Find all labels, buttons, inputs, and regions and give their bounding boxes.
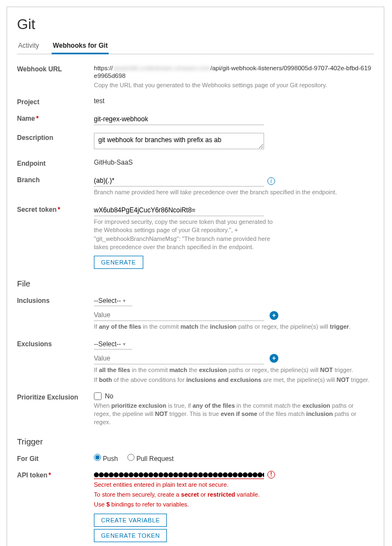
hint-api-1: Secret entities entered in plain text ar… <box>94 481 374 489</box>
prioritize-exclusion-checkbox[interactable] <box>94 392 102 400</box>
generate-token-button[interactable]: GENERATE TOKEN <box>94 529 167 542</box>
label-endpoint: Endpoint <box>17 159 94 167</box>
label-inclusions: Inclusions <box>17 296 94 305</box>
tab-activity[interactable]: Activity <box>17 38 40 53</box>
label-prioritize-exclusion: Prioritize Exclusion <box>17 392 94 401</box>
hint-exclusions-2: If both of the above conditions for incl… <box>94 376 374 384</box>
radio-push-label[interactable]: Push <box>94 455 118 463</box>
generate-button[interactable]: GENERATE <box>94 256 143 269</box>
radio-push[interactable] <box>94 454 101 461</box>
hint-branch: Branch name provided here will take prec… <box>94 188 374 196</box>
label-secret-token: Secret token* <box>17 205 94 213</box>
label-project: Project <box>17 97 94 106</box>
hint-exclusions-1: If all the files in the commit match the… <box>94 366 374 374</box>
inclusions-value-input[interactable] <box>94 309 264 321</box>
label-branch: Branch <box>17 175 94 184</box>
page-title: Git <box>17 16 374 33</box>
label-description: Description <box>17 133 94 142</box>
section-trigger: Trigger <box>17 437 374 446</box>
api-token-input[interactable]: ●●●●●●●●●●●●●●●●●●●●●●●●●●●●●●●●●●●●●●●●… <box>94 470 264 479</box>
label-api-token: API token* <box>17 470 94 479</box>
secret-token-input[interactable] <box>94 205 264 216</box>
label-for-git: For Git <box>17 454 94 463</box>
inclusions-select[interactable]: --Select--▾ <box>94 296 132 306</box>
chevron-down-icon: ▾ <box>123 341 126 347</box>
tab-webhooks-for-git[interactable]: Webhooks for Git <box>52 38 109 54</box>
hint-webhook-url: Copy the URL that you generated to the W… <box>94 81 374 89</box>
project-value: test <box>94 97 374 105</box>
branch-input[interactable] <box>94 175 264 187</box>
add-inclusion-button[interactable]: + <box>270 311 278 320</box>
tabs: Activity Webhooks for Git <box>17 38 374 54</box>
label-webhook-url: Webhook URL <box>17 64 94 73</box>
webhook-url-value: https://assemblr.codestream.vmware.com/a… <box>94 65 371 79</box>
section-file: File <box>17 279 374 288</box>
hint-secret-token: For improved security, copy the secure t… <box>94 218 275 252</box>
endpoint-value: GitHub-SaaS <box>94 159 374 166</box>
add-exclusion-button[interactable]: + <box>270 354 278 363</box>
description-textarea[interactable]: git webhook for branches with prefix as … <box>94 133 264 149</box>
alert-icon[interactable]: ! <box>267 471 275 479</box>
radio-pr-label[interactable]: Pull Request <box>127 455 173 463</box>
radio-pull-request[interactable] <box>127 454 135 461</box>
exclusions-select[interactable]: --Select--▾ <box>94 339 132 350</box>
hint-inclusions: If any of the files in the commit match … <box>94 323 374 331</box>
hint-api-3: Use $ bindings to refer to variables. <box>94 500 374 509</box>
chevron-down-icon: ▾ <box>123 298 126 303</box>
label-name: Name* <box>17 114 94 122</box>
hint-prioritize: When prioritize exclusion is true, if an… <box>94 402 368 427</box>
name-input[interactable] <box>94 114 264 125</box>
prioritize-exclusion-no: No <box>105 392 113 400</box>
exclusions-value-input[interactable] <box>94 353 264 364</box>
info-icon[interactable]: i <box>267 177 275 185</box>
label-exclusions: Exclusions <box>17 339 94 348</box>
hint-api-2: To store them securely, create a secret … <box>94 491 374 499</box>
create-variable-button[interactable]: CREATE VARIABLE <box>94 514 167 527</box>
